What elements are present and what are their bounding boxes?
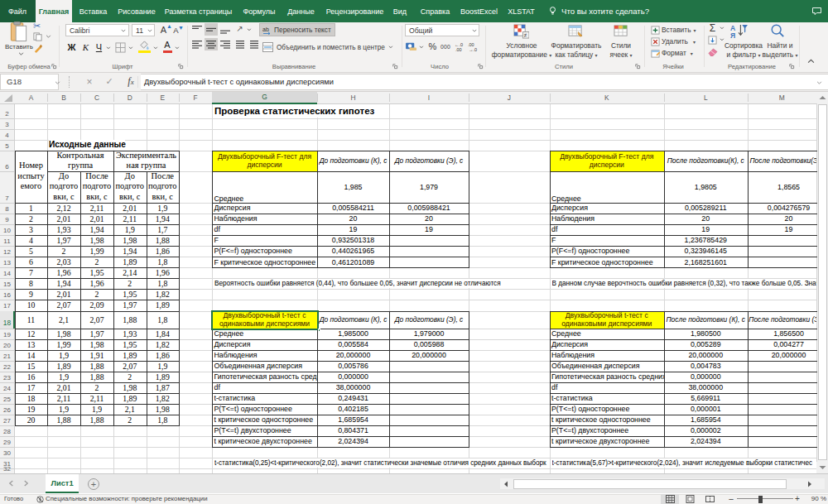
svg-text:ab: ab <box>262 26 269 32</box>
svg-text:.00: .00 <box>455 47 462 52</box>
svg-text:→.0: →.0 <box>469 47 477 52</box>
svg-text:.00: .00 <box>468 42 474 47</box>
svg-text:≠: ≠ <box>524 32 527 38</box>
svg-text:←.0: ←.0 <box>455 42 463 47</box>
svg-text:Я: Я <box>730 31 735 39</box>
svg-text:А: А <box>730 24 735 32</box>
